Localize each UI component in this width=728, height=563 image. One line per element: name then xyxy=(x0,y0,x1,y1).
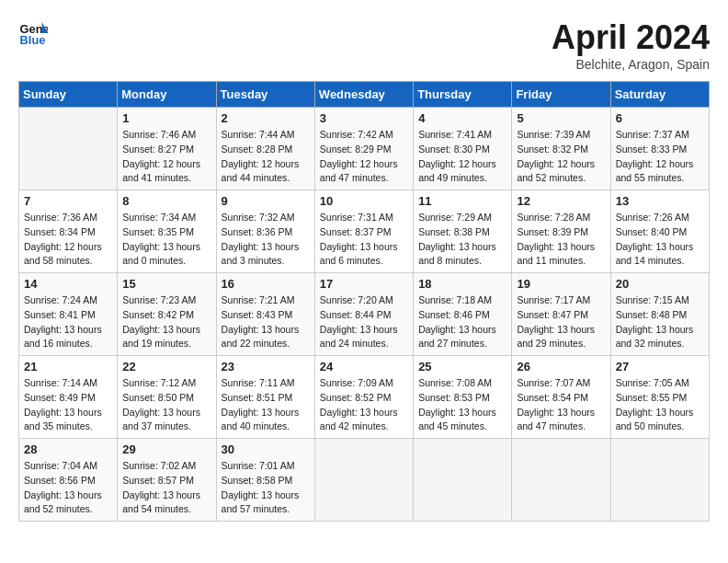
day-info: Sunrise: 7:41 AMSunset: 8:30 PMDaylight:… xyxy=(418,128,506,186)
calendar-cell: 18Sunrise: 7:18 AMSunset: 8:46 PMDayligh… xyxy=(414,273,512,356)
day-info: Sunrise: 7:09 AMSunset: 8:52 PMDaylight:… xyxy=(320,376,408,434)
calendar-cell: 11Sunrise: 7:29 AMSunset: 8:38 PMDayligh… xyxy=(414,190,512,273)
calendar-week-4: 21Sunrise: 7:14 AMSunset: 8:49 PMDayligh… xyxy=(19,356,710,439)
day-number: 28 xyxy=(24,442,112,456)
day-header-thursday: Thursday xyxy=(414,82,512,108)
day-info: Sunrise: 7:02 AMSunset: 8:57 PMDaylight:… xyxy=(122,459,210,517)
day-header-wednesday: Wednesday xyxy=(314,82,413,108)
calendar-table: SundayMondayTuesdayWednesdayThursdayFrid… xyxy=(18,81,710,522)
calendar-cell: 27Sunrise: 7:05 AMSunset: 8:55 PMDayligh… xyxy=(610,356,709,439)
day-number: 10 xyxy=(320,194,408,208)
day-number: 4 xyxy=(418,111,506,125)
day-info: Sunrise: 7:37 AMSunset: 8:33 PMDaylight:… xyxy=(616,128,704,186)
calendar-week-2: 7Sunrise: 7:36 AMSunset: 8:34 PMDaylight… xyxy=(19,190,710,273)
calendar-cell: 22Sunrise: 7:12 AMSunset: 8:50 PMDayligh… xyxy=(118,356,216,439)
day-number: 6 xyxy=(616,111,704,125)
calendar-cell: 14Sunrise: 7:24 AMSunset: 8:41 PMDayligh… xyxy=(19,273,118,356)
day-info: Sunrise: 7:12 AMSunset: 8:50 PMDaylight:… xyxy=(122,376,210,434)
calendar-cell: 23Sunrise: 7:11 AMSunset: 8:51 PMDayligh… xyxy=(216,356,314,439)
day-header-tuesday: Tuesday xyxy=(216,82,314,108)
day-number: 30 xyxy=(222,442,310,456)
svg-text:Blue: Blue xyxy=(20,33,46,47)
calendar-cell: 12Sunrise: 7:28 AMSunset: 8:39 PMDayligh… xyxy=(512,190,610,273)
day-info: Sunrise: 7:08 AMSunset: 8:53 PMDaylight:… xyxy=(418,376,506,434)
calendar-body: 1Sunrise: 7:46 AMSunset: 8:27 PMDaylight… xyxy=(19,108,710,522)
day-info: Sunrise: 7:28 AMSunset: 8:39 PMDaylight:… xyxy=(517,211,605,269)
day-header-friday: Friday xyxy=(512,82,610,108)
logo: General Blue xyxy=(18,18,48,48)
day-number: 29 xyxy=(122,442,210,456)
day-info: Sunrise: 7:04 AMSunset: 8:56 PMDaylight:… xyxy=(24,459,112,517)
day-number: 19 xyxy=(517,277,605,291)
calendar-cell: 26Sunrise: 7:07 AMSunset: 8:54 PMDayligh… xyxy=(512,356,610,439)
day-header-saturday: Saturday xyxy=(610,82,709,108)
day-number: 17 xyxy=(320,277,408,291)
day-info: Sunrise: 7:20 AMSunset: 8:44 PMDaylight:… xyxy=(320,293,408,351)
day-info: Sunrise: 7:29 AMSunset: 8:38 PMDaylight:… xyxy=(418,211,506,269)
day-number: 9 xyxy=(222,194,310,208)
day-number: 7 xyxy=(24,194,112,208)
day-info: Sunrise: 7:42 AMSunset: 8:29 PMDaylight:… xyxy=(320,128,408,186)
day-info: Sunrise: 7:44 AMSunset: 8:28 PMDaylight:… xyxy=(222,128,310,186)
calendar-cell xyxy=(414,439,512,522)
day-info: Sunrise: 7:07 AMSunset: 8:54 PMDaylight:… xyxy=(517,376,605,434)
calendar-header-row: SundayMondayTuesdayWednesdayThursdayFrid… xyxy=(19,82,710,108)
day-info: Sunrise: 7:32 AMSunset: 8:36 PMDaylight:… xyxy=(222,211,310,269)
day-number: 1 xyxy=(122,111,210,125)
day-info: Sunrise: 7:36 AMSunset: 8:34 PMDaylight:… xyxy=(24,211,112,269)
day-number: 15 xyxy=(122,277,210,291)
calendar-cell: 9Sunrise: 7:32 AMSunset: 8:36 PMDaylight… xyxy=(216,190,314,273)
day-info: Sunrise: 7:15 AMSunset: 8:48 PMDaylight:… xyxy=(616,293,704,351)
page-header: General Blue April 2024 Belchite, Aragon… xyxy=(18,18,710,72)
day-number: 18 xyxy=(418,277,506,291)
day-info: Sunrise: 7:18 AMSunset: 8:46 PMDaylight:… xyxy=(418,293,506,351)
month-title: April 2024 xyxy=(552,18,710,57)
day-number: 2 xyxy=(222,111,310,125)
day-info: Sunrise: 7:46 AMSunset: 8:27 PMDaylight:… xyxy=(122,128,210,186)
calendar-cell: 29Sunrise: 7:02 AMSunset: 8:57 PMDayligh… xyxy=(118,439,216,522)
location-subtitle: Belchite, Aragon, Spain xyxy=(552,57,710,72)
day-info: Sunrise: 7:17 AMSunset: 8:47 PMDaylight:… xyxy=(517,293,605,351)
day-info: Sunrise: 7:39 AMSunset: 8:32 PMDaylight:… xyxy=(517,128,605,186)
day-number: 11 xyxy=(418,194,506,208)
day-number: 26 xyxy=(517,360,605,373)
calendar-cell xyxy=(314,439,413,522)
calendar-cell: 2Sunrise: 7:44 AMSunset: 8:28 PMDaylight… xyxy=(216,108,314,190)
calendar-week-5: 28Sunrise: 7:04 AMSunset: 8:56 PMDayligh… xyxy=(19,439,710,522)
day-number: 21 xyxy=(24,360,112,373)
day-number: 24 xyxy=(320,360,408,373)
calendar-cell: 5Sunrise: 7:39 AMSunset: 8:32 PMDaylight… xyxy=(512,108,610,190)
calendar-cell: 16Sunrise: 7:21 AMSunset: 8:43 PMDayligh… xyxy=(216,273,314,356)
day-info: Sunrise: 7:11 AMSunset: 8:51 PMDaylight:… xyxy=(222,376,310,434)
day-info: Sunrise: 7:01 AMSunset: 8:58 PMDaylight:… xyxy=(222,459,310,517)
day-info: Sunrise: 7:24 AMSunset: 8:41 PMDaylight:… xyxy=(24,293,112,351)
calendar-cell: 7Sunrise: 7:36 AMSunset: 8:34 PMDaylight… xyxy=(19,190,118,273)
calendar-cell: 25Sunrise: 7:08 AMSunset: 8:53 PMDayligh… xyxy=(414,356,512,439)
calendar-cell: 8Sunrise: 7:34 AMSunset: 8:35 PMDaylight… xyxy=(118,190,216,273)
calendar-week-1: 1Sunrise: 7:46 AMSunset: 8:27 PMDaylight… xyxy=(19,108,710,190)
day-number: 16 xyxy=(222,277,310,291)
calendar-cell: 1Sunrise: 7:46 AMSunset: 8:27 PMDaylight… xyxy=(118,108,216,190)
day-header-monday: Monday xyxy=(118,82,216,108)
day-info: Sunrise: 7:23 AMSunset: 8:42 PMDaylight:… xyxy=(122,293,210,351)
calendar-cell xyxy=(19,108,118,190)
calendar-cell: 21Sunrise: 7:14 AMSunset: 8:49 PMDayligh… xyxy=(19,356,118,439)
day-number: 14 xyxy=(24,277,112,291)
calendar-cell xyxy=(512,439,610,522)
day-info: Sunrise: 7:05 AMSunset: 8:55 PMDaylight:… xyxy=(616,376,704,434)
day-number: 5 xyxy=(517,111,605,125)
calendar-cell: 10Sunrise: 7:31 AMSunset: 8:37 PMDayligh… xyxy=(314,190,413,273)
calendar-cell: 17Sunrise: 7:20 AMSunset: 8:44 PMDayligh… xyxy=(314,273,413,356)
day-number: 3 xyxy=(320,111,408,125)
day-info: Sunrise: 7:31 AMSunset: 8:37 PMDaylight:… xyxy=(320,211,408,269)
day-number: 13 xyxy=(616,194,704,208)
calendar-cell xyxy=(610,439,709,522)
day-number: 27 xyxy=(616,360,704,373)
calendar-cell: 20Sunrise: 7:15 AMSunset: 8:48 PMDayligh… xyxy=(610,273,709,356)
day-number: 20 xyxy=(616,277,704,291)
calendar-cell: 4Sunrise: 7:41 AMSunset: 8:30 PMDaylight… xyxy=(414,108,512,190)
day-header-sunday: Sunday xyxy=(19,82,118,108)
calendar-cell: 6Sunrise: 7:37 AMSunset: 8:33 PMDaylight… xyxy=(610,108,709,190)
day-number: 23 xyxy=(222,360,310,373)
day-info: Sunrise: 7:34 AMSunset: 8:35 PMDaylight:… xyxy=(122,211,210,269)
